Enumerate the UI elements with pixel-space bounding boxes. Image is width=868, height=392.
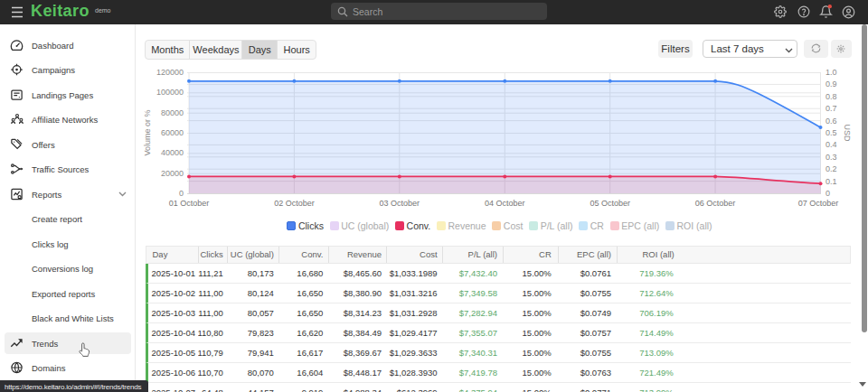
- svg-text:02 October: 02 October: [274, 199, 315, 208]
- svg-text:USD: USD: [843, 124, 852, 142]
- svg-text:0.3: 0.3: [826, 153, 837, 162]
- svg-text:0.6: 0.6: [826, 117, 837, 126]
- svg-text:0.7: 0.7: [826, 104, 837, 113]
- svg-text:0.5: 0.5: [826, 128, 837, 137]
- svg-text:120000: 120000: [156, 68, 184, 77]
- svg-text:20000: 20000: [161, 169, 184, 178]
- svg-text:0: 0: [826, 189, 830, 198]
- svg-text:07 October: 07 October: [798, 199, 839, 208]
- svg-text:0.4: 0.4: [826, 140, 837, 149]
- svg-text:05 October: 05 October: [590, 199, 630, 208]
- svg-text:Volume or %: Volume or %: [143, 109, 152, 155]
- svg-text:60000: 60000: [161, 128, 184, 137]
- svg-text:0.2: 0.2: [826, 164, 837, 173]
- svg-text:80000: 80000: [161, 108, 184, 117]
- svg-text:0: 0: [179, 189, 184, 198]
- svg-text:03 October: 03 October: [380, 199, 420, 208]
- svg-text:0.9: 0.9: [826, 79, 837, 89]
- svg-text:100000: 100000: [156, 88, 184, 97]
- svg-text:06 October: 06 October: [695, 199, 736, 208]
- svg-text:40000: 40000: [161, 148, 184, 157]
- svg-text:1.0: 1.0: [826, 68, 837, 77]
- svg-text:0.8: 0.8: [826, 92, 837, 101]
- svg-text:0.1: 0.1: [826, 177, 837, 186]
- svg-text:04 October: 04 October: [485, 199, 525, 208]
- svg-text:01 October: 01 October: [169, 199, 210, 208]
